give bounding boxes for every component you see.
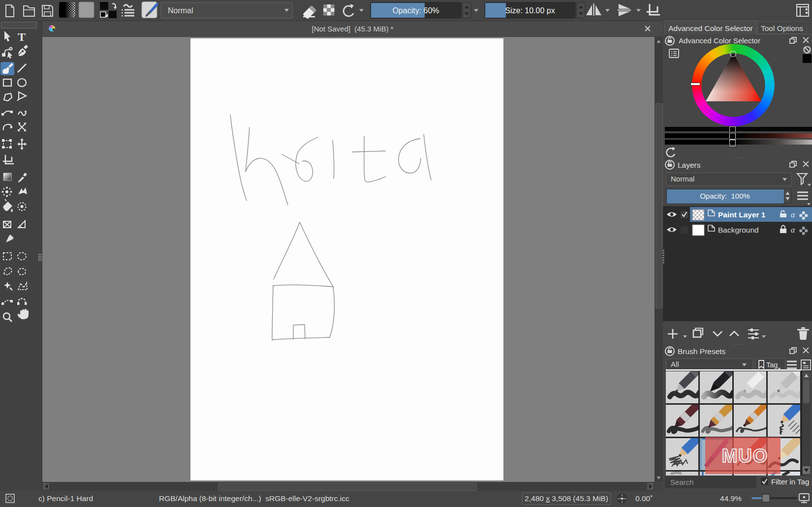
svg-text:RGB/Alpha (8-bit integer/ch...: RGB/Alpha (8-bit integer/ch...) sRGB-ell…	[159, 494, 349, 503]
svg-text:Tag: Tag	[766, 361, 778, 369]
svg-text:Size: 10.00 px: Size: 10.00 px	[505, 6, 555, 15]
svg-text:Advanced Color Selector: Advanced Color Selector	[679, 36, 760, 45]
svg-text:Paint Layer 1: Paint Layer 1	[718, 210, 766, 219]
svg-text:α: α	[791, 210, 795, 219]
svg-text:MUO: MUO	[722, 446, 769, 466]
svg-text:2,480 x 3,508 (45.3 MiB): 2,480 x 3,508 (45.3 MiB)	[525, 494, 608, 503]
svg-text:0.00˚: 0.00˚	[635, 494, 653, 503]
svg-text:Brush Presets: Brush Presets	[678, 347, 726, 356]
svg-text:T: T	[18, 30, 26, 43]
svg-text:Layers: Layers	[678, 161, 701, 169]
svg-text:Background: Background	[718, 226, 759, 234]
svg-text:44.9%: 44.9%	[720, 494, 742, 503]
svg-text:Opacity: 60%: Opacity: 60%	[392, 6, 439, 15]
svg-text:α: α	[791, 226, 795, 234]
svg-text:c) Pencil-1 Hard: c) Pencil-1 Hard	[38, 494, 93, 503]
svg-text:Normal: Normal	[168, 6, 193, 15]
